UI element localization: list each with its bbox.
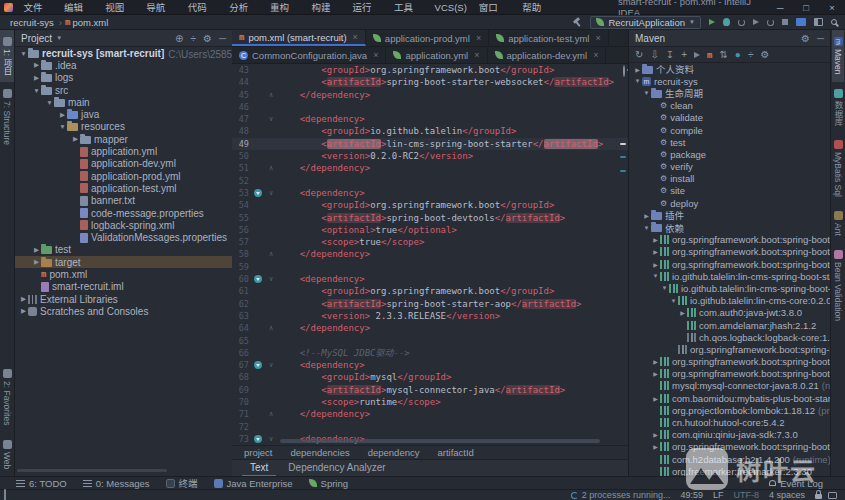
maven-tree-row[interactable]: org.springframework.boot:spring-boot-aut… [629, 343, 830, 355]
code-line[interactable]: 52 [232, 175, 628, 187]
maven-tree-row[interactable]: ⚙package [629, 148, 830, 160]
tree-chevron-icon[interactable]: ▶ [651, 261, 660, 268]
code-line[interactable]: 57<scope>true</scope> [232, 236, 628, 248]
maven-tree-row[interactable]: org.projectlombok:lombok:1.18.12(provide… [629, 404, 830, 416]
tree-chevron-icon[interactable]: ▶ [19, 307, 28, 315]
code-line[interactable]: 72 [232, 421, 628, 433]
code-line[interactable]: 48<groupId>io.github.talelin</groupId> [232, 125, 628, 137]
project-tree-row[interactable]: ▼recruit-sys [smart-recruit]C:\Users\258… [15, 47, 232, 59]
code-line[interactable]: 53∨<dependency> [232, 187, 628, 199]
tree-chevron-icon[interactable]: ▼ [642, 90, 651, 96]
close-icon[interactable]: × [373, 50, 378, 60]
fold-marker[interactable]: ∨ [264, 113, 278, 125]
menu-item[interactable]: 编辑(E) [58, 0, 99, 15]
maven-tree-row[interactable]: com.amdelamar:jhash:2.1.2 [629, 319, 830, 331]
code-line[interactable]: 56<optional>true</optional> [232, 224, 628, 236]
tree-chevron-icon[interactable]: ▶ [642, 212, 651, 219]
maven-tree-row[interactable]: ⚙verify [629, 161, 830, 173]
toolwindow-toggle-icon[interactable] [4, 489, 6, 500]
maven-tree-row[interactable]: ▼mrecruit-sys [629, 75, 830, 87]
close-icon[interactable]: × [819, 0, 845, 15]
close-icon[interactable]: × [476, 33, 481, 43]
toolwindow-stripe-button[interactable]: Web [1, 433, 13, 476]
close-icon[interactable]: × [595, 33, 600, 43]
status-item[interactable]: 4 spaces [769, 490, 805, 500]
add-maven-project-icon[interactable]: + [681, 49, 687, 60]
tree-chevron-icon[interactable]: ▶ [651, 431, 660, 438]
maven-settings-icon[interactable]: ⚙ [760, 49, 769, 60]
maven-tree-row[interactable]: ▼依赖 [629, 221, 830, 233]
event-log-button[interactable]: Event Log [769, 478, 823, 489]
minimize-icon[interactable]: ─ [767, 0, 793, 15]
tree-chevron-icon[interactable]: ▶ [32, 61, 41, 69]
breadcrumb-item[interactable]: project [244, 447, 273, 458]
toolwindow-button[interactable]: Java Enterprise [214, 478, 293, 489]
maven-tree-row[interactable]: ▶org.springframework.boot:spring-boot-st… [629, 234, 830, 246]
project-tree-row[interactable]: ▶.idea [15, 59, 232, 71]
tree-chevron-icon[interactable]: ▶ [32, 258, 41, 266]
tree-chevron-icon[interactable]: ▶ [651, 370, 660, 377]
code-editor[interactable]: 43<groupId>org.springframework.boot</gro… [232, 64, 628, 445]
project-tree-row[interactable]: ▶mapper [15, 133, 232, 145]
menu-item[interactable]: 导航(N) [140, 0, 182, 15]
editor-view-tab[interactable]: Dependency Analyzer [280, 460, 393, 477]
tree-chevron-icon[interactable]: ▼ [45, 99, 54, 106]
code-line[interactable]: 69<artifactId>mysql-connector-java</arti… [232, 384, 628, 396]
menu-item[interactable]: 运行(U) [346, 0, 388, 15]
project-tree-row[interactable]: application.yml [15, 145, 232, 157]
code-line[interactable]: 49<artifactId>lin-cms-spring-boot-starte… [232, 138, 628, 150]
code-line[interactable]: 62<artifactId>spring-boot-starter-aop</a… [232, 298, 628, 310]
code-line[interactable]: 63<version> 2.3.3.RELEASE</version> [232, 310, 628, 322]
tree-chevron-icon[interactable]: ▶ [58, 111, 67, 119]
breadcrumb-item[interactable]: artifactId [437, 447, 473, 458]
collapse-all-icon[interactable]: ÷ [190, 33, 196, 44]
maven-tree-row[interactable]: ▶个人资料 [629, 63, 830, 75]
profiler-icon[interactable] [753, 19, 759, 25]
maven-tree-row[interactable]: ▶插件 [629, 209, 830, 221]
project-tree-row[interactable]: application-dev.yml [15, 158, 232, 170]
code-line[interactable]: 65 [232, 335, 628, 347]
maven-tree-row[interactable]: ▼生命周期 [629, 87, 830, 99]
toolwindow-stripe-button[interactable]: 1: 项目 [0, 30, 14, 82]
toolwindow-stripe-button[interactable]: mMaven [832, 30, 844, 82]
toolwindow-button[interactable]: 0: Messages [83, 478, 150, 489]
project-tree-row[interactable]: application-prod.yml [15, 170, 232, 182]
layout-icon[interactable] [814, 18, 823, 26]
fold-marker[interactable]: ∧ [264, 89, 278, 101]
project-tree-row[interactable]: ▼resources [15, 121, 232, 133]
code-line[interactable]: 59 [232, 261, 628, 273]
code-line[interactable]: 47∨<dependency> [232, 113, 628, 125]
code-line[interactable]: 71∧</dependency> [232, 408, 628, 420]
maven-tree-row[interactable]: ▼io.github.talelin:lin-cms-core:0.2.0-RC… [629, 295, 830, 307]
editor-tab[interactable]: CCommonConfiguration.java× [232, 47, 386, 63]
project-tree-row[interactable]: ▶target [15, 256, 232, 268]
code-line[interactable]: 44<artifactId>spring-boot-starter-websoc… [232, 76, 628, 88]
gear-icon[interactable]: ⚙ [203, 33, 212, 44]
project-tree-row[interactable]: banner.txt [15, 195, 232, 207]
project-tree-row[interactable]: mpom.xml [15, 268, 232, 280]
locate-file-icon[interactable]: ⊕ [175, 33, 183, 44]
tree-chevron-icon[interactable]: ▼ [19, 50, 28, 57]
project-tree-row[interactable]: ▶java [15, 108, 232, 120]
breadcrumb-project[interactable]: recruit-sys [8, 17, 56, 28]
rerun-icon[interactable] [767, 19, 774, 26]
status-item[interactable]: LF [713, 490, 724, 500]
maven-tree-row[interactable]: com.h2database:h2:1.4.200(runtime) [629, 453, 830, 465]
tree-chevron-icon[interactable]: ▼ [32, 87, 41, 94]
tree-chevron-icon[interactable]: ▶ [651, 443, 660, 450]
hide-panel-icon[interactable]: ─ [817, 33, 824, 44]
code-line[interactable]: 51∧</dependency> [232, 162, 628, 174]
screen-reader-icon[interactable] [828, 492, 837, 499]
fold-marker[interactable]: ∨ [264, 433, 278, 445]
tree-chevron-icon[interactable]: ▶ [633, 66, 642, 73]
maven-tree-row[interactable]: ▼io.github.talelin:lin-cms-spring-boot-a… [629, 282, 830, 294]
run-icon[interactable] [709, 19, 715, 25]
tree-chevron-icon[interactable]: ▶ [651, 236, 660, 243]
toolwindow-button[interactable]: 6: TODO [16, 478, 67, 489]
editor-tab[interactable]: mpom.xml (smart-recruit)× [232, 30, 366, 46]
code-line[interactable]: 66<!--MySQL JDBC驱动--> [232, 347, 628, 359]
project-structure-icon[interactable] [796, 18, 806, 26]
scrollbar-mark[interactable] [620, 170, 626, 172]
toolwindow-stripe-button[interactable]: 数据库 [831, 82, 845, 134]
project-tree-row[interactable]: logback-spring.xml [15, 219, 232, 231]
